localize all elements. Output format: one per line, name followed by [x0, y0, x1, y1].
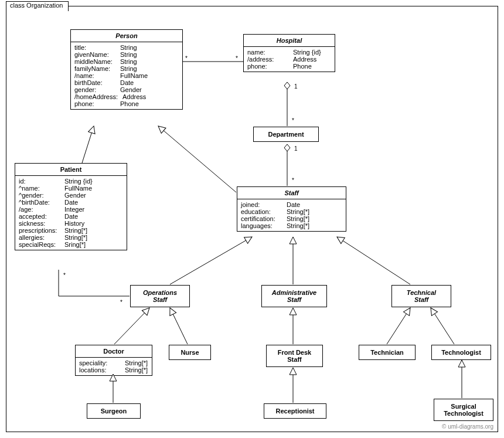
class-tech-title: TechnicalStaff — [392, 286, 451, 307]
class-frontdesk: Front DeskStaff — [266, 345, 323, 367]
class-technologist: Technologist — [431, 345, 491, 360]
diagram-title: class Organization — [6, 1, 69, 11]
class-doctor-title: Doctor — [76, 345, 152, 358]
class-department-title: Department — [254, 127, 318, 141]
class-person: Person title:StringgivenName:Stringmiddl… — [70, 29, 183, 110]
attr-row: /address:Address — [247, 56, 331, 63]
class-staff-title: Staff — [237, 187, 346, 199]
attr-row: languages:String[*] — [241, 222, 342, 229]
mult-star: * — [185, 55, 188, 62]
class-nurse-title: Nurse — [169, 345, 210, 359]
mult-star: * — [292, 177, 294, 184]
class-surgeon: Surgeon — [87, 403, 141, 419]
class-technologist-title: Technologist — [432, 345, 491, 359]
class-receptionist-title: Receptionist — [264, 404, 326, 418]
class-person-title: Person — [71, 30, 182, 42]
attr-row: title:String — [74, 44, 179, 51]
attr-row: /age:Integer — [19, 206, 123, 213]
attr-row: phone:Phone — [247, 63, 331, 70]
class-hospital: Hospital name:String {id}/address:Addres… — [243, 34, 335, 72]
attr-row: speciality:String[*] — [79, 359, 148, 366]
class-operations-staff: OperationsStaff — [130, 285, 190, 307]
attr-row: givenName:String — [74, 51, 179, 58]
attr-row: sickness:History — [19, 220, 123, 227]
attr-row: familyName:String — [74, 65, 179, 72]
class-ops-title: OperationsStaff — [131, 286, 189, 307]
attr-row: birthDate:Date — [74, 79, 179, 86]
class-surgtech: SurgicalTechnologist — [434, 399, 493, 421]
class-receptionist: Receptionist — [264, 403, 326, 419]
class-nurse: Nurse — [169, 345, 211, 360]
attr-row: allergies:String[*] — [19, 234, 123, 241]
attr-row: ^name:FullName — [19, 185, 123, 192]
class-staff: Staff joined:Dateeducation:String[*]cert… — [237, 186, 346, 232]
mult-star: * — [120, 299, 122, 305]
class-doctor: Doctor speciality:String[*]locations:Str… — [75, 345, 152, 376]
mult-star: * — [63, 272, 66, 279]
attr-row: middleName:String — [74, 58, 179, 65]
attr-row: /homeAddress:Address — [74, 93, 179, 100]
mult-star: * — [236, 55, 238, 62]
mult-one: 1 — [294, 145, 298, 152]
attr-row: prescriptions:String[*] — [19, 227, 123, 234]
class-patient-title: Patient — [15, 164, 127, 176]
attr-row: certification:String[*] — [241, 215, 342, 222]
class-patient: Patient id:String {id}^name:FullName^gen… — [15, 163, 127, 250]
attr-row: specialReqs:Sring[*] — [19, 241, 123, 248]
watermark: © uml-diagrams.org — [442, 423, 493, 430]
attr-row: gender:Gender — [74, 86, 179, 93]
attr-row: /name:FullName — [74, 72, 179, 79]
class-technician: Technician — [359, 345, 416, 360]
attr-row: education:String[*] — [241, 208, 342, 215]
attr-row: ^gender:Gender — [19, 192, 123, 199]
attr-row: accepted:Date — [19, 213, 123, 220]
attr-row: id:String {id} — [19, 178, 123, 185]
mult-star: * — [292, 117, 294, 124]
class-department: Department — [253, 127, 319, 142]
attr-row: locations:String[*] — [79, 366, 148, 374]
class-tech-staff: TechnicalStaff — [391, 285, 451, 307]
attr-row: ^birthDate:Date — [19, 199, 123, 206]
class-admin-staff: AdministrativeStaff — [261, 285, 327, 307]
mult-one: 1 — [294, 83, 298, 90]
attr-row: joined:Date — [241, 201, 342, 208]
class-frontdesk-title: Front DeskStaff — [267, 345, 322, 366]
class-hospital-title: Hospital — [244, 35, 335, 47]
class-surgtech-title: SurgicalTechnologist — [434, 399, 493, 420]
class-surgeon-title: Surgeon — [87, 404, 140, 418]
attr-row: name:String {id} — [247, 49, 331, 56]
attr-row: phone:Phone — [74, 100, 179, 107]
class-admin-title: AdministrativeStaff — [262, 286, 326, 307]
class-technician-title: Technician — [359, 345, 415, 359]
